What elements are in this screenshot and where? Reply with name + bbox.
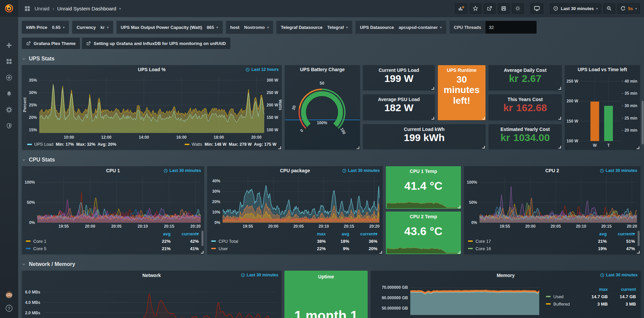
panel-resize-handle[interactable]: [558, 117, 561, 120]
sidebar-configuration-icon[interactable]: [5, 105, 13, 114]
star-button[interactable]: [469, 3, 481, 14]
panel-title[interactable]: CPU 2 Temp: [386, 212, 461, 219]
grafana-logo[interactable]: [0, 0, 18, 17]
panel-resize-handle[interactable]: [637, 251, 640, 254]
panel-time-range[interactable]: Last 30 minutes: [241, 273, 278, 277]
dashboards-grid-icon[interactable]: [23, 4, 32, 13]
add-panel-button[interactable]: [455, 3, 467, 14]
panel-time-range[interactable]: Last 30 minutes: [164, 168, 201, 173]
panel-resize-handle[interactable]: [637, 146, 639, 149]
panel-resize-handle[interactable]: [278, 146, 281, 149]
legend-series-name[interactable]: Watts: [192, 142, 202, 147]
panel-resize-handle[interactable]: [558, 146, 561, 148]
panel-resize-handle[interactable]: [431, 87, 434, 90]
legend-series-name[interactable]: Core 1: [33, 239, 46, 244]
panel-resize-handle[interactable]: [558, 87, 561, 90]
legend-header-sorted[interactable]: current▾: [607, 231, 635, 236]
panel-resize-handle[interactable]: [458, 206, 460, 208]
save-button[interactable]: [498, 3, 510, 14]
panel-time-range[interactable]: Last 30 minutes: [600, 273, 638, 277]
legend-header[interactable]: current: [608, 287, 636, 292]
panel-title[interactable]: Current Load kWh: [363, 124, 486, 132]
panel-resize-handle[interactable]: [201, 251, 203, 254]
panel-title[interactable]: Average PSU Load: [363, 94, 435, 102]
legend-series-name[interactable]: CPU Total: [219, 239, 238, 244]
legend-series-name[interactable]: Core 16: [475, 246, 491, 251]
variable-telegraf-datasource[interactable]: Telegraf Datasource Telegraf▾: [276, 21, 352, 34]
panel-title[interactable]: Current UPS Load: [363, 65, 435, 73]
panel-resize-handle[interactable]: [431, 117, 434, 120]
cpu2-chart[interactable]: 19:5520:0020:0520:1020:1520:20100%50%0%: [464, 175, 640, 229]
memory-chart[interactable]: 70.000000 GB60.000000 GB50.000000 GB: [371, 281, 542, 316]
ups-load-vs-time-chart[interactable]: 250 W200 W150 W100 W40 min35 min30 min25…: [565, 74, 640, 149]
legend-header[interactable]: avg: [147, 231, 171, 236]
legend-series-name[interactable]: Used: [553, 294, 563, 299]
legend-series-name[interactable]: UPS Load: [34, 142, 53, 147]
legend-scrollbar[interactable]: [201, 231, 203, 246]
legend-series-name[interactable]: Core 5: [33, 246, 46, 251]
dashboard-settings-button[interactable]: [512, 3, 524, 14]
legend-series-name[interactable]: User: [219, 246, 228, 251]
panel-title[interactable]: Average Daily Cost: [489, 65, 562, 73]
link-grafana-plex-theme[interactable]: Grafana Plex Theme: [22, 38, 80, 49]
network-chart[interactable]: 6.0 MBs4.0 MBs2.0 MBs: [22, 280, 281, 318]
sidebar-admin-shield-icon[interactable]: [5, 122, 13, 130]
page-scrollbar[interactable]: [642, 101, 644, 144]
legend-header[interactable]: avg: [326, 231, 349, 236]
variable-host[interactable]: host Nostromo▾: [226, 21, 273, 34]
variable-value[interactable]: Nostromo▾: [244, 25, 269, 30]
tv-cycle-button[interactable]: [531, 3, 543, 14]
sidebar-dashboards-icon[interactable]: [5, 57, 13, 66]
sidebar-alerting-icon[interactable]: [5, 89, 13, 98]
panel-title[interactable]: UPS Runtime: [438, 65, 486, 73]
panel-resize-handle[interactable]: [482, 146, 485, 148]
cpu-threads-input[interactable]: [486, 21, 537, 34]
breadcrumb-title[interactable]: Unraid System Dashboard: [57, 6, 116, 11]
variable-value[interactable]: 865▾: [207, 25, 218, 30]
variable-ups-datasource[interactable]: UPS Datasource apcupsd-container▾: [356, 21, 446, 34]
panel-time-range[interactable]: Last 12 hours: [245, 67, 279, 72]
zoom-out-button[interactable]: [603, 3, 615, 14]
link-ups-monitoring-guide[interactable]: Setting up Grafana and InfluxDB for UPS …: [82, 38, 230, 49]
cpu-package-chart[interactable]: 19:5520:0020:0520:1020:1520:2040%30%20%1…: [207, 175, 383, 229]
legend-series-name[interactable]: Buffered: [553, 302, 570, 307]
panel-resize-handle[interactable]: [482, 117, 485, 120]
variable-value[interactable]: kr▾: [100, 25, 108, 30]
variable-value[interactable]: 0.65▾: [52, 25, 64, 30]
panel-resize-handle[interactable]: [458, 251, 460, 254]
section-header-ups-stats[interactable]: UPS Stats: [22, 54, 641, 63]
legend-header-sorted[interactable]: current▾: [349, 231, 377, 236]
section-header-network-memory[interactable]: Network / Memory: [22, 260, 641, 269]
variable-value[interactable]: apcupsd-container▾: [399, 25, 442, 30]
help-icon[interactable]: ?: [5, 304, 13, 313]
variable-kwh-price[interactable]: kWh Price 0.65▾: [22, 21, 69, 34]
refresh-button[interactable]: 5s ▾: [617, 3, 640, 14]
panel-title[interactable]: UPS Load %: [22, 65, 282, 74]
panel-time-range[interactable]: Last 30 minutes: [600, 168, 637, 173]
variable-currency[interactable]: Currency kr▾: [72, 21, 113, 34]
variable-ups-max-output[interactable]: UPS Max Output Power Capacity (Watt) 865…: [117, 21, 223, 34]
section-header-cpu-stats[interactable]: CPU Stats: [22, 155, 641, 165]
time-range-picker[interactable]: Last 30 minutes ▾: [550, 3, 601, 14]
panel-title[interactable]: UPS Battery Charge: [285, 65, 360, 74]
panel-time-range[interactable]: Last 30 minutes: [342, 168, 380, 173]
cpu1-chart[interactable]: 19:5520:0020:0520:1020:1520:20100%50%0%: [22, 175, 204, 229]
panel-title[interactable]: Estimated Yearly Cost: [489, 124, 562, 132]
variable-value[interactable]: Telegraf▾: [327, 25, 348, 30]
sidebar-explore-icon[interactable]: [5, 73, 13, 82]
breadcrumb-section[interactable]: Unraid: [35, 6, 49, 11]
panel-resize-handle[interactable]: [379, 251, 382, 254]
legend-scrollbar[interactable]: [638, 231, 640, 246]
legend-series-name[interactable]: Core 17: [475, 239, 491, 244]
legend-header[interactable]: avg: [583, 231, 607, 236]
user-avatar[interactable]: [5, 290, 13, 299]
panel-title[interactable]: CPU 1 Temp: [386, 166, 461, 174]
panel-title[interactable]: Uptime: [284, 271, 368, 280]
panel-title[interactable]: UPS Load vs Time left: [565, 65, 640, 74]
share-button[interactable]: [484, 3, 496, 14]
legend-header-sorted[interactable]: current▾: [171, 231, 199, 236]
legend-header[interactable]: max: [302, 231, 326, 236]
panel-title[interactable]: This Years Cost: [489, 94, 562, 102]
ups-load-chart[interactable]: 10:0012:0014:0016:0018:0020:0035%300 W30…: [22, 74, 282, 140]
legend-header[interactable]: max: [584, 287, 608, 292]
